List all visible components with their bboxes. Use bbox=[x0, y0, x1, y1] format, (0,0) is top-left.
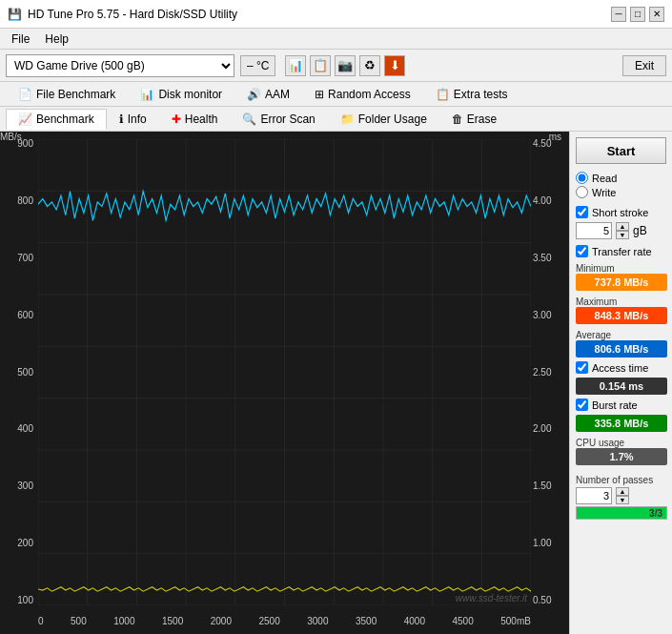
passes-row: ▲ ▼ bbox=[576, 487, 666, 504]
access-time-checkbox-row: Access time bbox=[576, 361, 666, 374]
average-value: 806.6 MB/s bbox=[576, 340, 667, 358]
y-label-700: 700 bbox=[17, 254, 33, 263]
radio-read[interactable] bbox=[576, 172, 588, 184]
menu-help[interactable]: Help bbox=[37, 31, 76, 47]
menu-file[interactable]: File bbox=[4, 31, 37, 47]
passes-spinner: ▲ ▼ bbox=[616, 487, 629, 504]
health-label: Health bbox=[185, 112, 218, 126]
toolbar-icon-3[interactable]: 📷 bbox=[335, 55, 356, 76]
sidebar: Start Read Write Short stroke ▲ ▼ gB bbox=[569, 132, 672, 634]
tab-file-benchmark[interactable]: 📄 File Benchmark bbox=[6, 84, 128, 105]
y-label-500: 500 bbox=[17, 368, 33, 378]
minimum-section: Minimum 737.8 MB/s bbox=[576, 261, 666, 291]
transfer-rate-checkbox-row: Transfer rate bbox=[576, 245, 666, 257]
cpu-value: 1.7% bbox=[576, 448, 667, 465]
short-stroke-down[interactable]: ▼ bbox=[616, 231, 629, 239]
y-label-800: 800 bbox=[17, 196, 33, 206]
tab-extra-tests[interactable]: 📋 Extra tests bbox=[423, 84, 520, 105]
radio-read-label: Read bbox=[592, 173, 617, 184]
tab-health[interactable]: ✚ Health bbox=[159, 109, 231, 130]
y-label-3-50: 3.50 bbox=[533, 254, 551, 263]
passes-input[interactable] bbox=[576, 487, 612, 504]
x-label-3500: 3500 bbox=[356, 616, 377, 626]
short-stroke-label: Short stroke bbox=[592, 207, 648, 218]
minimize-button[interactable]: ─ bbox=[611, 7, 626, 22]
title-bar-controls: ─ □ ✕ bbox=[611, 7, 664, 22]
access-time-checkbox[interactable] bbox=[576, 361, 588, 374]
title-bar-left: 💾 HD Tune Pro 5.75 - Hard Disk/SSD Utili… bbox=[8, 8, 237, 21]
tab-folder-usage[interactable]: 📁 Folder Usage bbox=[328, 109, 439, 130]
file-benchmark-label: File Benchmark bbox=[36, 88, 115, 101]
toolbar-icon-4[interactable]: ♻ bbox=[359, 55, 380, 76]
benchmark-label: Benchmark bbox=[36, 112, 94, 126]
error-scan-icon: 🔍 bbox=[242, 112, 256, 126]
benchmark-icon: 📈 bbox=[18, 112, 32, 126]
passes-label: Number of passes bbox=[576, 475, 666, 485]
tab-random-access[interactable]: ⊞ Random Access bbox=[302, 84, 423, 105]
tab-disk-monitor[interactable]: 📊 Disk monitor bbox=[128, 84, 234, 105]
x-label-4000: 4000 bbox=[404, 616, 425, 626]
x-label-500: 500 bbox=[71, 616, 87, 626]
close-button[interactable]: ✕ bbox=[649, 7, 664, 22]
radio-write[interactable] bbox=[576, 186, 588, 198]
burst-rate-checkbox[interactable] bbox=[576, 399, 588, 411]
cpu-label: CPU usage bbox=[576, 438, 666, 448]
short-stroke-checkbox[interactable] bbox=[576, 206, 588, 218]
passes-down[interactable]: ▼ bbox=[616, 496, 629, 504]
tab-erase[interactable]: 🗑 Erase bbox=[439, 109, 509, 130]
y-label-2-50: 2.50 bbox=[533, 368, 551, 378]
short-stroke-up[interactable]: ▲ bbox=[616, 222, 629, 231]
progress-text: 3/3 bbox=[649, 507, 662, 520]
tab-info[interactable]: ℹ Info bbox=[107, 109, 159, 130]
menu-bar: File Help bbox=[0, 29, 672, 50]
y-label-1-50: 1.50 bbox=[533, 481, 551, 491]
transfer-rate-label: Transfer rate bbox=[592, 246, 652, 257]
toolbar-icon-5[interactable]: ⬇ bbox=[384, 55, 405, 76]
radio-read-row: Read bbox=[576, 172, 666, 184]
file-benchmark-icon: 📄 bbox=[18, 88, 32, 101]
tabs-row2: 📈 Benchmark ℹ Info ✚ Health 🔍 Error Scan… bbox=[0, 107, 672, 132]
app-icon: 💾 bbox=[8, 8, 22, 21]
tab-error-scan[interactable]: 🔍 Error Scan bbox=[230, 109, 327, 130]
start-button[interactable]: Start bbox=[576, 137, 666, 164]
transfer-rate-checkbox[interactable] bbox=[576, 245, 588, 257]
short-stroke-spin-row: ▲ ▼ gB bbox=[576, 222, 666, 239]
extra-tests-icon: 📋 bbox=[436, 88, 450, 101]
x-label-2500: 2500 bbox=[259, 616, 280, 626]
short-stroke-spinner: ▲ ▼ bbox=[616, 222, 629, 239]
maximize-button[interactable]: □ bbox=[630, 7, 645, 22]
toolbar-icon-2[interactable]: 📋 bbox=[310, 55, 331, 76]
y-label-300: 300 bbox=[17, 481, 33, 491]
x-label-0: 0 bbox=[38, 616, 44, 626]
toolbar-icon-1[interactable]: 📊 bbox=[285, 55, 306, 76]
erase-label: Erase bbox=[467, 112, 497, 126]
aam-icon: 🔊 bbox=[247, 88, 261, 101]
random-access-icon: ⊞ bbox=[315, 88, 324, 101]
drive-select[interactable]: WD Game Drive (500 gB) bbox=[6, 54, 234, 77]
tab-benchmark[interactable]: 📈 Benchmark bbox=[6, 109, 107, 130]
radio-group: Read Write bbox=[576, 172, 666, 198]
chart-area: MB/s ms 900 800 700 600 500 400 300 200 … bbox=[0, 132, 569, 634]
disk-monitor-label: Disk monitor bbox=[158, 88, 222, 101]
passes-up[interactable]: ▲ bbox=[616, 487, 629, 496]
access-time-label: Access time bbox=[592, 362, 648, 374]
average-section: Average 806.6 MB/s bbox=[576, 328, 666, 358]
exit-button[interactable]: Exit bbox=[622, 55, 666, 76]
extra-tests-label: Extra tests bbox=[454, 88, 508, 101]
short-stroke-input[interactable] bbox=[576, 222, 612, 239]
temperature-display: – °C bbox=[240, 55, 275, 76]
y-axis-right: 4.50 4.00 3.50 3.00 2.50 2.00 1.50 1.00 … bbox=[531, 139, 561, 605]
y-label-2-00: 2.00 bbox=[533, 424, 551, 434]
health-icon: ✚ bbox=[172, 112, 181, 126]
folder-usage-label: Folder Usage bbox=[358, 112, 427, 126]
y-label-600: 600 bbox=[17, 311, 33, 320]
chart-svg bbox=[38, 139, 531, 605]
x-axis: 0 500 1000 1500 2000 2500 3000 3500 4000… bbox=[38, 616, 531, 626]
average-label: Average bbox=[576, 330, 666, 340]
window-title: HD Tune Pro 5.75 - Hard Disk/SSD Utility bbox=[28, 8, 237, 21]
maximum-label: Maximum bbox=[576, 297, 666, 307]
tab-aam[interactable]: 🔊 AAM bbox=[234, 84, 302, 105]
y-label-0-50: 0.50 bbox=[533, 596, 551, 605]
progress-bar-container: 3/3 bbox=[576, 506, 667, 520]
minimum-value: 737.8 MB/s bbox=[576, 274, 667, 291]
